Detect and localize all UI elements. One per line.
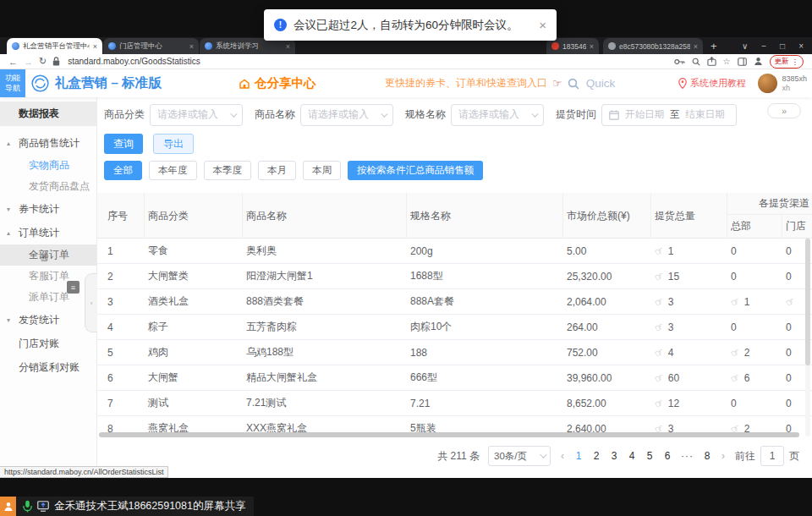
sidebar-sub-item[interactable]: 实物商品 [0,155,96,176]
sidebar-group-label: 门店对账 [0,337,59,351]
page-size-select[interactable]: 30条/页 [488,446,551,466]
url-text[interactable]: standard.maboy.cn/GoodsStatistics [68,57,200,66]
page-number[interactable]: 3 [610,450,618,462]
close-button[interactable]: × [798,41,804,51]
sidebar-menu-icon[interactable]: ≡ [67,281,80,294]
new-tab-button[interactable]: + [710,39,717,54]
page-number[interactable]: 2 [592,450,601,462]
query-button[interactable]: 查询 [104,134,143,154]
sidebar-sub-item[interactable]: 全部订单 [0,244,96,266]
horizontal-scrollbar[interactable] [99,432,799,437]
share-icon[interactable] [707,57,716,66]
cell-pickup-total[interactable]: ☞4 [651,340,727,365]
filter-select[interactable]: 请选择或输入 [300,104,393,126]
browser-url-bar: ← → ↻ standard.maboy.cn/GoodsStatistics … [0,54,812,69]
cell-pickup-total[interactable]: ☞1 [651,239,727,263]
sidebar-sub-item[interactable]: 客服订单 [0,266,96,287]
summary-button[interactable]: 按检索条件汇总商品销售额 [348,161,483,180]
filter-select[interactable]: 请选择或输入 [451,104,544,126]
browser-tab[interactable]: 门店管理中心× [103,38,199,54]
cell-pickup-total[interactable]: ☞12 [651,391,727,415]
tab-close-icon[interactable]: × [590,42,594,51]
next-page-button[interactable]: › [720,450,727,462]
key-icon[interactable] [674,58,685,65]
expand-filters-button[interactable]: » [767,103,801,118]
reload-icon[interactable]: ↻ [39,56,47,67]
tab-close-icon[interactable]: × [189,42,194,51]
profile-icon[interactable] [754,57,763,66]
vertical-scrollbar[interactable] [805,239,810,436]
sidebar-group-item[interactable]: 分销返利对账 [0,355,96,379]
page-number[interactable]: 4 [628,450,636,462]
cell-hq[interactable]: ☞6 [727,365,782,390]
filter-select[interactable]: 请选择或输入 [150,104,243,126]
cell-value: 1 [744,296,750,308]
range-tab[interactable]: 本年度 [149,161,197,180]
browser-tab[interactable]: 礼盒营销平台管理中心× [7,38,102,54]
minimize-button[interactable]: − [761,41,766,51]
quick-label[interactable]: Quick [586,77,616,90]
sidebar-group-item[interactable]: 门店对账 [0,332,96,355]
cell-value: 0 [786,245,792,257]
page-number[interactable]: 1 [574,450,583,462]
back-icon[interactable]: ← [8,57,18,67]
calendar-icon [609,110,619,120]
goto-page-input[interactable] [760,446,784,466]
page-number[interactable]: 5 [645,450,654,462]
range-tab[interactable]: 本季度 [204,161,252,180]
cell-pickup-total[interactable]: ☞15 [651,264,727,288]
date-filter-label: 提货时间 [556,107,596,122]
tab-close-icon[interactable]: × [286,42,290,51]
cell-pickup-total[interactable]: ☞3 [651,289,727,314]
export-button[interactable]: 导出 [153,134,194,154]
tab-close-icon[interactable]: × [694,42,698,51]
cell-amount: 2,064.00 [563,289,651,314]
zoom-icon[interactable] [692,58,700,66]
pointer-hand-icon: ☞ [552,77,562,90]
page-number[interactable]: 8 [703,450,711,462]
tutorial-link[interactable]: 系统使用教程 [678,69,746,97]
chevron-up-icon: ▴ [7,229,10,237]
page-number[interactable]: 6 [663,450,672,462]
prev-page-button[interactable]: ‹ [559,450,566,462]
cell-pickup-total[interactable]: ☞3 [651,315,727,339]
cell-hq[interactable]: ☞2 [727,340,782,365]
browser-tab[interactable]: e8c573080b1328a258fd2e6f8× [603,38,703,54]
sidebar-group-item[interactable]: ▴订单统计 [0,221,96,244]
cell-hq[interactable]: ☞1 [727,289,782,314]
range-tab[interactable]: 本月 [258,161,296,180]
sidebar-group-item[interactable]: ▾发货统计 [0,308,96,332]
warehouse-share-center-link[interactable]: 仓分享中心 [239,69,316,97]
toast-close-icon[interactable]: × [539,18,546,32]
app-header: 功能导航 礼盒营销 – 标准版 仓分享中心 更快捷的券卡、订单和快递查询入口 ☞… [0,69,812,97]
tab-favicon [608,42,616,50]
browser-tab[interactable]: 1835464× [546,38,599,54]
quick-search-icon[interactable] [568,78,579,90]
sidebar-sub-item[interactable]: 派单订单 [0,287,96,308]
cell-pickup-total[interactable]: ☞60 [651,365,727,390]
nav-toggle-button[interactable]: 功能导航 [0,69,25,97]
tab-close-icon[interactable]: × [93,42,97,51]
sidebar-sub-item[interactable]: 发货商品盘点 [0,176,96,197]
range-tab[interactable]: 全部 [104,161,142,180]
cell-value: 12 [668,398,679,409]
chevron-down-icon[interactable]: ∨ [742,41,748,51]
sidebar-group-item[interactable]: ▴商品销售统计 [0,131,96,155]
sidebar-group-item[interactable]: ▾券卡统计 [0,197,96,221]
pointer-hand-icon: ☞ [652,396,666,410]
date-range-input[interactable]: 开始日期 至 结束日期 [601,104,737,126]
total-count: 共 211 条 [437,449,480,464]
warehouse-icon [239,78,250,90]
update-button[interactable]: 更新 ⋮ [770,55,804,69]
user-box[interactable]: 8385xh xh [758,69,807,97]
cell-amount: 25,320.00 [563,264,651,288]
cell-spec: 肉粽10个 [407,315,563,339]
more-icon[interactable]: ⋮ [792,58,799,66]
side-panel-icon[interactable] [738,58,747,66]
forward-icon[interactable]: → [24,57,33,67]
maximize-button[interactable]: □ [780,41,785,51]
share-center-label: 仓分享中心 [255,75,316,91]
bookmark-star-icon[interactable]: ☆ [723,57,731,66]
sidebar-collapse-handle[interactable]: ‹ [85,273,97,332]
range-tab[interactable]: 本周 [303,161,341,180]
